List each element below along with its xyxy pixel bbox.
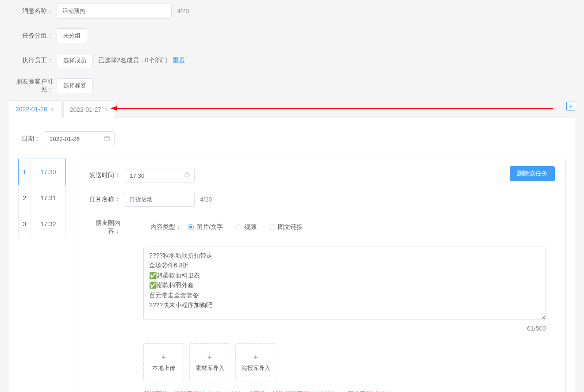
delete-task-button[interactable]: 删除该任务 xyxy=(510,166,555,181)
row-date: 日期： xyxy=(18,131,566,146)
label-content-type: 内容类型： xyxy=(150,223,181,231)
row-task-name: 任务名称： 4/20 xyxy=(87,192,555,207)
plus-icon: + xyxy=(207,353,212,362)
time-item-time: 17:32 xyxy=(31,211,65,237)
label-date: 日期： xyxy=(18,135,40,143)
label-send-time: 发送时间： xyxy=(87,171,120,179)
upload-label: 海报库导入 xyxy=(242,364,270,372)
label-executor: 执行员工： xyxy=(9,57,57,65)
button-select-member[interactable]: 选择成员 xyxy=(57,53,93,68)
input-message-name[interactable] xyxy=(57,4,172,19)
row-executor: 执行员工： 选择成员 已选择2名成员，0个部门 重置 xyxy=(9,53,575,68)
upload-poster[interactable]: + 海报库导入 xyxy=(235,343,276,381)
radio-label: 图文链接 xyxy=(278,223,303,231)
time-item-num: 3 xyxy=(19,211,31,237)
input-task-name[interactable] xyxy=(124,192,195,207)
text-executor-info: 已选择2名成员，0个部门 xyxy=(98,57,167,65)
time-item-3[interactable]: 3 17:32 xyxy=(18,211,66,237)
plus-icon: + xyxy=(161,353,166,362)
label-task-name: 任务名称： xyxy=(87,195,120,203)
char-count: 61/500 xyxy=(143,325,546,332)
close-icon[interactable]: ✕ xyxy=(104,106,109,113)
label-visibility: 朋友圈客户可见： xyxy=(9,78,57,94)
radio-video[interactable]: 视频 xyxy=(235,223,257,231)
time-list: 1 17:30 2 17:31 3 17:32 xyxy=(18,159,66,392)
close-icon[interactable]: ✕ xyxy=(50,106,55,113)
tab-panel: 日期： 1 17:30 2 17:31 xyxy=(9,118,575,392)
time-item-1[interactable]: 1 17:30 xyxy=(18,159,66,185)
tab-label: 2022-01-26 xyxy=(15,106,47,113)
label-message-name: 消息名称： xyxy=(9,7,57,15)
radio-link[interactable]: 图文链接 xyxy=(269,223,303,231)
time-item-num: 2 xyxy=(19,185,31,211)
radio-icon xyxy=(235,224,242,230)
radio-icon xyxy=(269,224,275,230)
upload-label: 本地上传 xyxy=(152,364,175,372)
time-item-num: 1 xyxy=(19,159,31,185)
radio-image-text[interactable]: 图片/文字 xyxy=(188,223,223,231)
time-item-2[interactable]: 2 17:31 xyxy=(18,185,66,211)
add-tab-button[interactable]: + xyxy=(566,102,575,110)
tabs: 2022-01-26 ✕ 2022-01-27 ✕ + 日期： xyxy=(9,100,575,392)
label-content: 朋友圈内容： xyxy=(87,219,120,235)
content-body: 61/500 + 本地上传 + 素材库导入 + xyxy=(143,247,555,392)
radio-label: 图片/文字 xyxy=(196,223,223,231)
tabs-bar: 2022-01-26 ✕ 2022-01-27 ✕ + xyxy=(9,100,575,118)
upload-label: 素材库导入 xyxy=(196,364,224,372)
svg-rect-2 xyxy=(105,136,110,140)
counter-message-name: 4/20 xyxy=(177,8,189,15)
task-panel: 删除该任务 发送时间： 任务名称： 4/20 xyxy=(76,159,566,392)
row-task-group: 任务分组： 未分组 xyxy=(9,28,575,43)
counter-task-name: 4/20 xyxy=(200,196,212,203)
radio-label: 视频 xyxy=(244,223,257,231)
row-content: 朋友圈内容： 内容类型： 图片/文字 视频 xyxy=(87,219,555,235)
hint-text: 普通图片：建议不超过 1440 x 1080，长图片：长边建议不超过 10800… xyxy=(143,390,555,392)
label-task-group: 任务分组： xyxy=(9,32,57,40)
upload-local[interactable]: + 本地上传 xyxy=(143,343,184,381)
time-item-time: 17:31 xyxy=(31,185,65,211)
upload-cards: + 本地上传 + 素材库导入 + 海报库导入 xyxy=(143,343,555,381)
link-reset[interactable]: 重置 xyxy=(173,57,185,65)
time-item-time: 17:30 xyxy=(31,159,65,185)
button-task-group[interactable]: 未分组 xyxy=(57,28,87,43)
calendar-icon xyxy=(104,135,110,143)
tab-date-2[interactable]: 2022-01-27 ✕ xyxy=(63,100,116,118)
button-select-tags[interactable]: 选择标签 xyxy=(57,78,93,93)
upload-material[interactable]: + 素材库导入 xyxy=(189,343,230,381)
textarea-content[interactable] xyxy=(143,247,546,320)
tab-date-1[interactable]: 2022-01-26 ✕ xyxy=(9,100,61,118)
radio-icon xyxy=(188,224,194,230)
radio-content-type: 图片/文字 视频 图文链接 xyxy=(188,223,303,231)
tab-label: 2022-01-27 xyxy=(70,106,102,113)
row-message-name: 消息名称： 4/20 xyxy=(9,4,575,19)
row-send-time: 发送时间： xyxy=(87,168,555,183)
row-visibility: 朋友圈客户可见： 选择标签 xyxy=(9,78,575,94)
clock-icon xyxy=(184,172,190,179)
plus-icon: + xyxy=(254,353,258,362)
